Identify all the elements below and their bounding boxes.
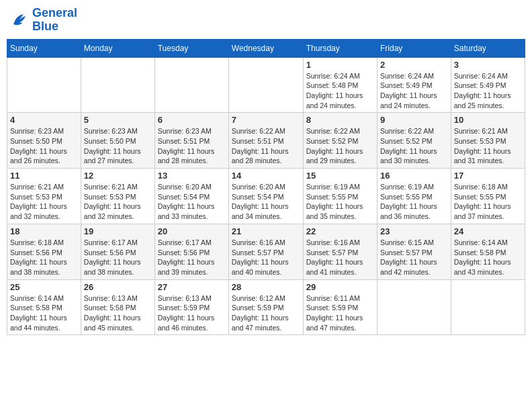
calendar-day-cell: 12Sunrise: 6:21 AM Sunset: 5:53 PM Dayli… bbox=[81, 169, 154, 224]
day-number: 14 bbox=[232, 171, 300, 181]
calendar-day-cell: 11Sunrise: 6:21 AM Sunset: 5:53 PM Dayli… bbox=[7, 169, 81, 224]
day-info: Sunrise: 6:22 AM Sunset: 5:51 PM Dayligh… bbox=[232, 126, 300, 166]
day-info: Sunrise: 6:18 AM Sunset: 5:55 PM Dayligh… bbox=[454, 182, 522, 222]
calendar-table: SundayMondayTuesdayWednesdayThursdayFrid… bbox=[7, 39, 525, 336]
weekday-header-cell: Saturday bbox=[451, 39, 525, 57]
day-info: Sunrise: 6:19 AM Sunset: 5:55 PM Dayligh… bbox=[380, 182, 448, 222]
weekday-header-cell: Wednesday bbox=[228, 39, 303, 57]
calendar-day-cell bbox=[81, 57, 154, 113]
day-number: 21 bbox=[232, 226, 300, 236]
day-info: Sunrise: 6:20 AM Sunset: 5:54 PM Dayligh… bbox=[158, 182, 226, 222]
calendar-week-row: 4Sunrise: 6:23 AM Sunset: 5:50 PM Daylig… bbox=[7, 113, 525, 169]
logo: General Blue bbox=[9, 7, 77, 34]
logo-icon bbox=[9, 10, 30, 30]
day-number: 8 bbox=[306, 115, 374, 125]
calendar-day-cell bbox=[7, 57, 81, 113]
calendar-day-cell: 21Sunrise: 6:16 AM Sunset: 5:57 PM Dayli… bbox=[228, 224, 303, 279]
day-info: Sunrise: 6:23 AM Sunset: 5:50 PM Dayligh… bbox=[10, 126, 78, 166]
day-info: Sunrise: 6:14 AM Sunset: 5:58 PM Dayligh… bbox=[454, 238, 522, 277]
day-info: Sunrise: 6:17 AM Sunset: 5:56 PM Dayligh… bbox=[84, 238, 152, 277]
day-number: 17 bbox=[454, 171, 522, 181]
weekday-header-cell: Thursday bbox=[303, 39, 377, 57]
calendar-day-cell: 6Sunrise: 6:23 AM Sunset: 5:51 PM Daylig… bbox=[154, 113, 228, 169]
page-header: General Blue bbox=[7, 7, 525, 34]
day-number: 7 bbox=[232, 115, 300, 125]
day-info: Sunrise: 6:21 AM Sunset: 5:53 PM Dayligh… bbox=[454, 126, 522, 166]
weekday-header-row: SundayMondayTuesdayWednesdayThursdayFrid… bbox=[7, 39, 525, 57]
calendar-day-cell: 5Sunrise: 6:23 AM Sunset: 5:50 PM Daylig… bbox=[81, 113, 154, 169]
day-number: 24 bbox=[454, 226, 522, 236]
calendar-day-cell: 15Sunrise: 6:19 AM Sunset: 5:55 PM Dayli… bbox=[303, 169, 377, 224]
day-info: Sunrise: 6:15 AM Sunset: 5:57 PM Dayligh… bbox=[380, 238, 448, 277]
day-number: 11 bbox=[10, 171, 78, 181]
day-number: 29 bbox=[306, 282, 374, 292]
calendar-day-cell: 9Sunrise: 6:22 AM Sunset: 5:52 PM Daylig… bbox=[377, 113, 451, 169]
day-info: Sunrise: 6:14 AM Sunset: 5:58 PM Dayligh… bbox=[10, 293, 78, 333]
weekday-header-cell: Friday bbox=[377, 39, 451, 57]
calendar-day-cell: 7Sunrise: 6:22 AM Sunset: 5:51 PM Daylig… bbox=[228, 113, 303, 169]
day-info: Sunrise: 6:24 AM Sunset: 5:49 PM Dayligh… bbox=[454, 71, 522, 111]
day-number: 12 bbox=[84, 171, 152, 181]
calendar-day-cell: 27Sunrise: 6:13 AM Sunset: 5:59 PM Dayli… bbox=[154, 279, 228, 335]
day-info: Sunrise: 6:17 AM Sunset: 5:56 PM Dayligh… bbox=[158, 238, 226, 277]
day-number: 16 bbox=[380, 171, 448, 181]
day-info: Sunrise: 6:11 AM Sunset: 5:59 PM Dayligh… bbox=[306, 293, 374, 333]
calendar-day-cell: 24Sunrise: 6:14 AM Sunset: 5:58 PM Dayli… bbox=[451, 224, 525, 279]
day-number: 26 bbox=[84, 282, 152, 292]
day-number: 9 bbox=[380, 115, 448, 125]
calendar-week-row: 25Sunrise: 6:14 AM Sunset: 5:58 PM Dayli… bbox=[7, 279, 525, 335]
calendar-day-cell bbox=[228, 57, 303, 113]
calendar-day-cell: 29Sunrise: 6:11 AM Sunset: 5:59 PM Dayli… bbox=[303, 279, 377, 335]
calendar-day-cell: 14Sunrise: 6:20 AM Sunset: 5:54 PM Dayli… bbox=[228, 169, 303, 224]
calendar-day-cell: 17Sunrise: 6:18 AM Sunset: 5:55 PM Dayli… bbox=[451, 169, 525, 224]
calendar-day-cell bbox=[377, 279, 451, 335]
calendar-day-cell: 23Sunrise: 6:15 AM Sunset: 5:57 PM Dayli… bbox=[377, 224, 451, 279]
calendar-day-cell: 1Sunrise: 6:24 AM Sunset: 5:48 PM Daylig… bbox=[303, 57, 377, 113]
day-info: Sunrise: 6:22 AM Sunset: 5:52 PM Dayligh… bbox=[306, 126, 374, 166]
day-number: 10 bbox=[454, 115, 522, 125]
day-info: Sunrise: 6:21 AM Sunset: 5:53 PM Dayligh… bbox=[84, 182, 152, 222]
day-number: 1 bbox=[306, 60, 374, 70]
calendar-week-row: 11Sunrise: 6:21 AM Sunset: 5:53 PM Dayli… bbox=[7, 169, 525, 224]
calendar-day-cell: 2Sunrise: 6:24 AM Sunset: 5:49 PM Daylig… bbox=[377, 57, 451, 113]
day-info: Sunrise: 6:20 AM Sunset: 5:54 PM Dayligh… bbox=[232, 182, 300, 222]
day-number: 20 bbox=[158, 226, 226, 236]
day-info: Sunrise: 6:13 AM Sunset: 5:58 PM Dayligh… bbox=[84, 293, 152, 333]
day-info: Sunrise: 6:12 AM Sunset: 5:59 PM Dayligh… bbox=[232, 293, 300, 333]
day-number: 18 bbox=[10, 226, 78, 236]
day-info: Sunrise: 6:19 AM Sunset: 5:55 PM Dayligh… bbox=[306, 182, 374, 222]
day-info: Sunrise: 6:21 AM Sunset: 5:53 PM Dayligh… bbox=[10, 182, 78, 222]
weekday-header-cell: Sunday bbox=[7, 39, 81, 57]
calendar-day-cell bbox=[451, 279, 525, 335]
calendar-day-cell: 10Sunrise: 6:21 AM Sunset: 5:53 PM Dayli… bbox=[451, 113, 525, 169]
calendar-day-cell: 4Sunrise: 6:23 AM Sunset: 5:50 PM Daylig… bbox=[7, 113, 81, 169]
calendar-day-cell: 25Sunrise: 6:14 AM Sunset: 5:58 PM Dayli… bbox=[7, 279, 81, 335]
day-info: Sunrise: 6:23 AM Sunset: 5:51 PM Dayligh… bbox=[158, 126, 226, 166]
calendar-body: 1Sunrise: 6:24 AM Sunset: 5:48 PM Daylig… bbox=[7, 57, 525, 335]
weekday-header-cell: Tuesday bbox=[154, 39, 228, 57]
day-number: 27 bbox=[158, 282, 226, 292]
day-info: Sunrise: 6:16 AM Sunset: 5:57 PM Dayligh… bbox=[232, 238, 300, 277]
calendar-day-cell: 18Sunrise: 6:18 AM Sunset: 5:56 PM Dayli… bbox=[7, 224, 81, 279]
day-info: Sunrise: 6:24 AM Sunset: 5:48 PM Dayligh… bbox=[306, 71, 374, 111]
logo-text: General Blue bbox=[32, 7, 77, 34]
day-number: 23 bbox=[380, 226, 448, 236]
day-number: 22 bbox=[306, 226, 374, 236]
day-number: 19 bbox=[84, 226, 152, 236]
day-info: Sunrise: 6:13 AM Sunset: 5:59 PM Dayligh… bbox=[158, 293, 226, 333]
day-info: Sunrise: 6:18 AM Sunset: 5:56 PM Dayligh… bbox=[10, 238, 78, 277]
calendar-day-cell bbox=[154, 57, 228, 113]
calendar-day-cell: 22Sunrise: 6:16 AM Sunset: 5:57 PM Dayli… bbox=[303, 224, 377, 279]
calendar-day-cell: 19Sunrise: 6:17 AM Sunset: 5:56 PM Dayli… bbox=[81, 224, 154, 279]
day-number: 6 bbox=[158, 115, 226, 125]
calendar-week-row: 1Sunrise: 6:24 AM Sunset: 5:48 PM Daylig… bbox=[7, 57, 525, 113]
day-info: Sunrise: 6:16 AM Sunset: 5:57 PM Dayligh… bbox=[306, 238, 374, 277]
day-number: 3 bbox=[454, 60, 522, 70]
day-number: 5 bbox=[84, 115, 152, 125]
day-info: Sunrise: 6:23 AM Sunset: 5:50 PM Dayligh… bbox=[84, 126, 152, 166]
calendar-day-cell: 20Sunrise: 6:17 AM Sunset: 5:56 PM Dayli… bbox=[154, 224, 228, 279]
calendar-day-cell: 3Sunrise: 6:24 AM Sunset: 5:49 PM Daylig… bbox=[451, 57, 525, 113]
weekday-header-cell: Monday bbox=[81, 39, 154, 57]
day-number: 2 bbox=[380, 60, 448, 70]
day-info: Sunrise: 6:22 AM Sunset: 5:52 PM Dayligh… bbox=[380, 126, 448, 166]
